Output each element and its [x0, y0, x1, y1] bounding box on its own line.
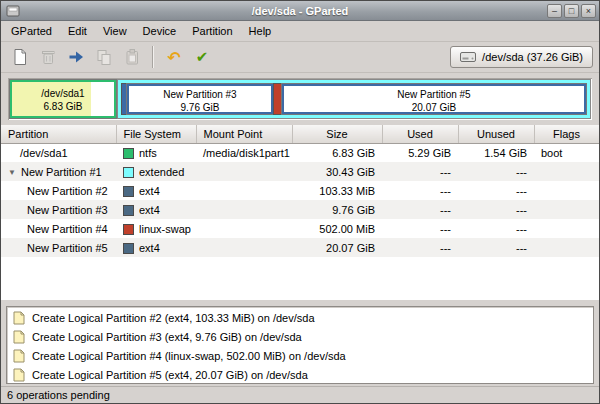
window-title: /dev/sda - GParted: [1, 5, 599, 17]
table-row-new-partition-3[interactable]: New Partition #3 ext4 9.76 GiB --- ---: [1, 200, 599, 219]
flags-value: [534, 200, 599, 219]
operation-item[interactable]: Create Logical Partition #2 (ext4, 103.3…: [7, 308, 593, 327]
maximize-button[interactable]: □: [564, 4, 579, 18]
size-value: 6.83 GiB: [292, 143, 382, 162]
partition-name: New Partition #3: [27, 204, 108, 216]
paste-icon: [123, 48, 141, 66]
trash-icon: [39, 48, 57, 66]
expander-icon[interactable]: ▼: [8, 168, 21, 177]
size-value: 502.00 MiB: [292, 219, 382, 238]
flags-value: [534, 219, 599, 238]
column-header-unused[interactable]: Unused: [458, 125, 534, 143]
visual-partition-2[interactable]: [122, 84, 126, 114]
visual-extended-partition[interactable]: New Partition #3 9.76 GiB New Partition …: [118, 80, 590, 118]
operation-text: Create Logical Partition #5 (ext4, 20.07…: [32, 369, 308, 381]
toolbar-separator: [152, 46, 154, 68]
mount-point: /media/disk1part1: [196, 143, 292, 162]
apply-button[interactable]: ✔: [189, 44, 215, 70]
unused-value: ---: [458, 238, 534, 257]
flags-value: [534, 162, 599, 181]
menu-gparted[interactable]: GParted: [3, 22, 60, 40]
operations-panel: Create Logical Partition #2 (ext4, 103.3…: [1, 306, 599, 386]
mount-point: [196, 200, 292, 219]
fs-color-swatch: [123, 148, 134, 159]
menu-edit[interactable]: Edit: [60, 22, 95, 40]
fs-color-swatch: [123, 186, 134, 197]
unused-value: ---: [458, 200, 534, 219]
column-header-filesystem[interactable]: File System: [116, 125, 196, 143]
column-header-used[interactable]: Used: [382, 125, 458, 143]
fs-name: ntfs: [139, 147, 157, 159]
copy-icon: [95, 48, 113, 66]
device-selector[interactable]: /dev/sda (37.26 GiB): [450, 46, 593, 68]
undo-icon: ↶: [167, 48, 180, 67]
visual-partition-sda1[interactable]: /dev/sda1 6.83 GiB: [10, 80, 116, 118]
mount-point: [196, 219, 292, 238]
partition-name: /dev/sda1: [20, 147, 68, 159]
fs-color-swatch: [123, 167, 134, 178]
mount-point: [196, 181, 292, 200]
visual-partition-5[interactable]: New Partition #5 20.07 GiB: [282, 84, 586, 114]
copy-button: [91, 44, 117, 70]
drive-icon: [460, 51, 476, 63]
operation-icon: [12, 349, 26, 363]
table-row-new-partition-5[interactable]: New Partition #5 ext4 20.07 GiB --- ---: [1, 238, 599, 257]
column-header-partition[interactable]: Partition: [1, 125, 116, 143]
fs-color-swatch: [123, 224, 134, 235]
status-text: 6 operations pending: [7, 389, 110, 401]
visual-partition-size: 20.07 GiB: [284, 101, 584, 114]
visual-partition-3[interactable]: New Partition #3 9.76 GiB: [127, 84, 273, 114]
column-header-size[interactable]: Size: [292, 125, 382, 143]
used-value: ---: [382, 200, 458, 219]
table-row-new-partition-4[interactable]: New Partition #4 linux-swap 502.00 MiB -…: [1, 219, 599, 238]
operation-item[interactable]: Create Logical Partition #5 (ext4, 20.07…: [7, 365, 593, 384]
unused-value: ---: [458, 219, 534, 238]
toolbar: ↶ ✔ /dev/sda (37.26 GiB): [1, 42, 599, 73]
menu-partition[interactable]: Partition: [184, 22, 240, 40]
gparted-window: /dev/sda - GParted – □ × GParted Edit Vi…: [0, 0, 600, 404]
delete-partition-button: [35, 44, 61, 70]
apply-icon: ✔: [196, 48, 209, 66]
visual-partition-size: 9.76 GiB: [129, 101, 271, 114]
flags-value: [534, 181, 599, 200]
close-button[interactable]: ×: [581, 4, 596, 18]
used-value: 5.29 GiB: [382, 143, 458, 162]
column-header-flags[interactable]: Flags: [534, 125, 599, 143]
visual-partition-name: New Partition #3: [129, 88, 271, 101]
new-partition-button[interactable]: [7, 44, 33, 70]
device-selector-value: /dev/sda (37.26 GiB): [482, 51, 583, 63]
used-value: ---: [382, 238, 458, 257]
fs-color-swatch: [123, 205, 134, 216]
column-header-mountpoint[interactable]: Mount Point: [196, 125, 292, 143]
menu-help[interactable]: Help: [241, 22, 280, 40]
table-row-new-partition-1[interactable]: ▼New Partition #1 extended 30.43 GiB ---…: [1, 162, 599, 181]
status-bar: 6 operations pending: [1, 386, 599, 403]
menu-device[interactable]: Device: [135, 22, 185, 40]
used-value: ---: [382, 181, 458, 200]
undo-button[interactable]: ↶: [161, 44, 187, 70]
fs-name: ext4: [139, 204, 160, 216]
new-partition-icon: [11, 48, 29, 66]
mount-point: [196, 238, 292, 257]
unused-value: ---: [458, 162, 534, 181]
flags-value: [534, 238, 599, 257]
table-row-sda1[interactable]: /dev/sda1 ntfs /media/disk1part1 6.83 Gi…: [1, 143, 599, 162]
size-value: 30.43 GiB: [292, 162, 382, 181]
resize-move-button[interactable]: [63, 44, 89, 70]
used-value: ---: [382, 162, 458, 181]
minimize-button[interactable]: –: [547, 4, 562, 18]
fs-name: ext4: [139, 242, 160, 254]
titlebar[interactable]: /dev/sda - GParted – □ ×: [1, 1, 599, 21]
size-value: 9.76 GiB: [292, 200, 382, 219]
operation-item[interactable]: Create Logical Partition #3 (ext4, 9.76 …: [7, 327, 593, 346]
partition-name: New Partition #1: [21, 166, 102, 178]
fs-name: ext4: [139, 185, 160, 197]
operation-item[interactable]: Create Logical Partition #4 (linux-swap,…: [7, 346, 593, 365]
visual-partition-4[interactable]: [274, 84, 281, 114]
table-row-new-partition-2[interactable]: New Partition #2 ext4 103.33 MiB --- ---: [1, 181, 599, 200]
partition-list: Partition File System Mount Point Size U…: [1, 125, 599, 300]
menu-bar: GParted Edit View Device Partition Help: [1, 21, 599, 42]
menu-view[interactable]: View: [95, 22, 135, 40]
fs-name: extended: [139, 166, 184, 178]
visual-partition-name: New Partition #5: [284, 88, 584, 101]
